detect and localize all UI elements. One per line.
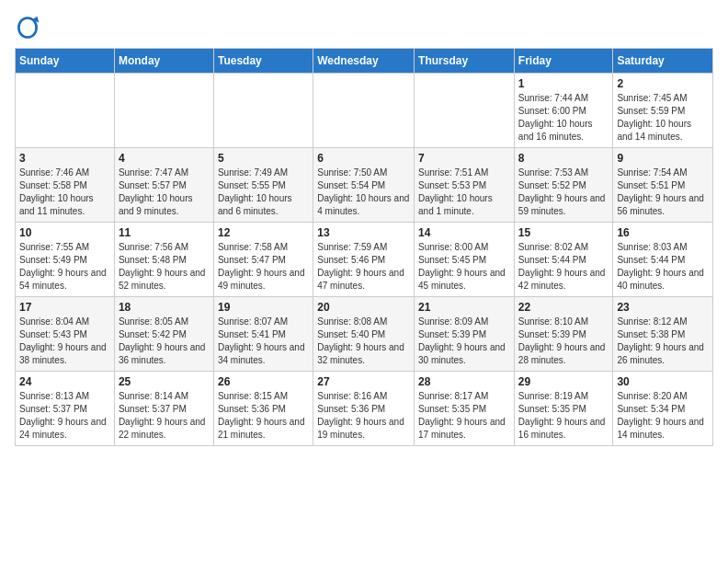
day-number: 20 [317,301,410,314]
calendar-cell: 14Sunrise: 8:00 AMSunset: 5:45 PMDayligh… [415,223,515,297]
day-number: 23 [617,301,709,314]
day-info: Sunrise: 8:05 AMSunset: 5:42 PMDaylight:… [119,316,210,367]
calendar-cell: 22Sunrise: 8:10 AMSunset: 5:39 PMDayligh… [514,297,613,372]
day-number: 11 [119,226,210,239]
header-tuesday: Tuesday [213,49,313,74]
day-info: Sunrise: 7:58 AMSunset: 5:47 PMDaylight:… [218,241,309,293]
calendar-cell: 2Sunrise: 7:45 AMSunset: 5:59 PMDaylight… [613,74,713,148]
day-info: Sunrise: 7:47 AMSunset: 5:57 PMDaylight:… [119,167,210,218]
day-info: Sunrise: 8:14 AMSunset: 5:37 PMDaylight:… [119,390,210,442]
day-info: Sunrise: 7:56 AMSunset: 5:48 PMDaylight:… [119,241,210,293]
header-wednesday: Wednesday [313,49,415,74]
day-number: 24 [19,375,110,388]
day-number: 12 [218,226,309,239]
calendar-cell: 25Sunrise: 8:14 AMSunset: 5:37 PMDayligh… [114,372,213,446]
day-info: Sunrise: 8:17 AMSunset: 5:35 PMDaylight:… [418,390,510,442]
calendar-cell: 30Sunrise: 8:20 AMSunset: 5:34 PMDayligh… [613,372,713,446]
day-info: Sunrise: 7:46 AMSunset: 5:58 PMDaylight:… [19,167,110,218]
calendar-cell: 23Sunrise: 8:12 AMSunset: 5:38 PMDayligh… [613,297,713,372]
calendar-header-row: SundayMondayTuesdayWednesdayThursdayFrid… [16,49,713,74]
header-monday: Monday [114,49,213,74]
calendar-cell [16,74,115,148]
day-number: 22 [518,301,609,314]
day-number: 21 [418,301,510,314]
week-row-3: 10Sunrise: 7:55 AMSunset: 5:49 PMDayligh… [16,223,713,297]
day-number: 9 [617,152,709,165]
calendar-cell: 10Sunrise: 7:55 AMSunset: 5:49 PMDayligh… [16,223,115,297]
calendar-cell: 11Sunrise: 7:56 AMSunset: 5:48 PMDayligh… [114,223,213,297]
day-info: Sunrise: 7:45 AMSunset: 5:59 PMDaylight:… [617,92,709,144]
day-number: 18 [119,301,210,314]
calendar-cell: 20Sunrise: 8:08 AMSunset: 5:40 PMDayligh… [313,297,415,372]
day-number: 15 [518,226,609,239]
calendar-cell: 8Sunrise: 7:53 AMSunset: 5:52 PMDaylight… [514,148,613,223]
calendar-cell [213,74,313,148]
day-number: 8 [518,152,609,165]
day-info: Sunrise: 8:19 AMSunset: 5:35 PMDaylight:… [518,390,609,442]
day-info: Sunrise: 7:54 AMSunset: 5:51 PMDaylight:… [617,167,709,218]
day-info: Sunrise: 8:02 AMSunset: 5:44 PMDaylight:… [518,241,609,293]
day-info: Sunrise: 7:59 AMSunset: 5:46 PMDaylight:… [317,241,410,293]
calendar-cell: 17Sunrise: 8:04 AMSunset: 5:43 PMDayligh… [16,297,115,372]
day-info: Sunrise: 8:08 AMSunset: 5:40 PMDaylight:… [317,316,410,367]
week-row-2: 3Sunrise: 7:46 AMSunset: 5:58 PMDaylight… [16,148,713,223]
calendar-cell: 4Sunrise: 7:47 AMSunset: 5:57 PMDaylight… [114,148,213,223]
day-info: Sunrise: 7:50 AMSunset: 5:54 PMDaylight:… [317,167,410,218]
day-number: 10 [19,226,110,239]
calendar-cell: 7Sunrise: 7:51 AMSunset: 5:53 PMDaylight… [415,148,515,223]
day-number: 28 [418,375,510,388]
calendar-cell: 15Sunrise: 8:02 AMSunset: 5:44 PMDayligh… [514,223,613,297]
calendar-cell: 12Sunrise: 7:58 AMSunset: 5:47 PMDayligh… [213,223,313,297]
day-number: 29 [518,375,609,388]
calendar-cell: 18Sunrise: 8:05 AMSunset: 5:42 PMDayligh… [114,297,213,372]
day-number: 5 [218,152,309,165]
day-info: Sunrise: 8:16 AMSunset: 5:36 PMDaylight:… [317,390,410,442]
day-info: Sunrise: 7:51 AMSunset: 5:53 PMDaylight:… [418,167,510,218]
day-info: Sunrise: 8:07 AMSunset: 5:41 PMDaylight:… [218,316,309,367]
day-number: 3 [19,152,110,165]
day-number: 14 [418,226,510,239]
day-info: Sunrise: 8:12 AMSunset: 5:38 PMDaylight:… [617,316,709,367]
logo-icon [15,15,40,40]
calendar-cell: 28Sunrise: 8:17 AMSunset: 5:35 PMDayligh… [415,372,515,446]
day-info: Sunrise: 8:03 AMSunset: 5:44 PMDaylight:… [617,241,709,293]
calendar-cell [313,74,415,148]
logo [15,15,44,40]
day-info: Sunrise: 8:10 AMSunset: 5:39 PMDaylight:… [518,316,609,367]
day-number: 19 [218,301,309,314]
calendar-cell [114,74,213,148]
calendar-cell: 27Sunrise: 8:16 AMSunset: 5:36 PMDayligh… [313,372,415,446]
day-info: Sunrise: 8:13 AMSunset: 5:37 PMDaylight:… [19,390,110,442]
calendar-cell: 26Sunrise: 8:15 AMSunset: 5:36 PMDayligh… [213,372,313,446]
day-number: 2 [617,77,709,90]
day-info: Sunrise: 8:20 AMSunset: 5:34 PMDaylight:… [617,390,709,442]
day-info: Sunrise: 8:15 AMSunset: 5:36 PMDaylight:… [218,390,309,442]
calendar-cell: 21Sunrise: 8:09 AMSunset: 5:39 PMDayligh… [415,297,515,372]
day-number: 25 [119,375,210,388]
calendar-cell: 3Sunrise: 7:46 AMSunset: 5:58 PMDaylight… [16,148,115,223]
calendar-cell: 16Sunrise: 8:03 AMSunset: 5:44 PMDayligh… [613,223,713,297]
day-number: 13 [317,226,410,239]
week-row-1: 1Sunrise: 7:44 AMSunset: 6:00 PMDaylight… [16,74,713,148]
day-number: 6 [317,152,410,165]
day-number: 27 [317,375,410,388]
day-number: 1 [518,77,609,90]
header-saturday: Saturday [613,49,713,74]
day-info: Sunrise: 8:09 AMSunset: 5:39 PMDaylight:… [418,316,510,367]
day-number: 30 [617,375,709,388]
day-info: Sunrise: 7:49 AMSunset: 5:55 PMDaylight:… [218,167,309,218]
calendar-cell: 24Sunrise: 8:13 AMSunset: 5:37 PMDayligh… [16,372,115,446]
calendar-cell: 19Sunrise: 8:07 AMSunset: 5:41 PMDayligh… [213,297,313,372]
day-number: 17 [19,301,110,314]
calendar-cell: 9Sunrise: 7:54 AMSunset: 5:51 PMDaylight… [613,148,713,223]
day-number: 16 [617,226,709,239]
calendar-cell: 5Sunrise: 7:49 AMSunset: 5:55 PMDaylight… [213,148,313,223]
header-sunday: Sunday [16,49,115,74]
week-row-5: 24Sunrise: 8:13 AMSunset: 5:37 PMDayligh… [16,372,713,446]
page-header [15,15,713,40]
day-number: 4 [119,152,210,165]
week-row-4: 17Sunrise: 8:04 AMSunset: 5:43 PMDayligh… [16,297,713,372]
header-thursday: Thursday [415,49,515,74]
day-info: Sunrise: 8:04 AMSunset: 5:43 PMDaylight:… [19,316,110,367]
day-info: Sunrise: 7:44 AMSunset: 6:00 PMDaylight:… [518,92,609,144]
